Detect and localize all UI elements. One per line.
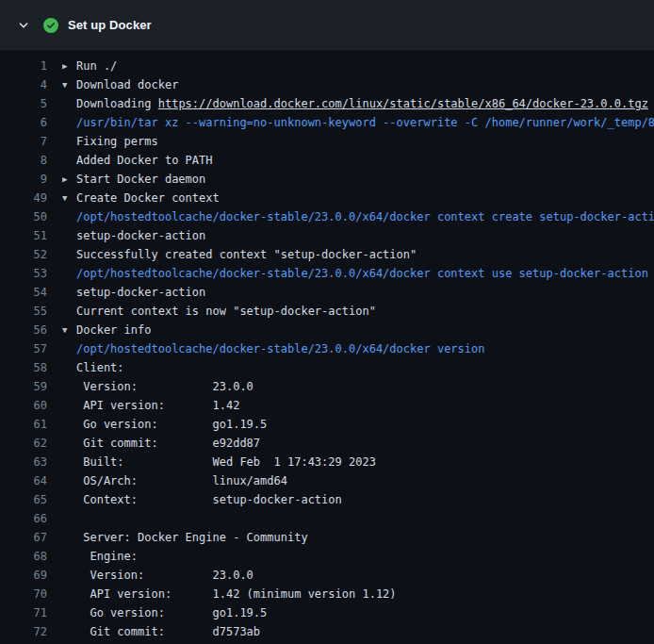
line-number[interactable]: 51 <box>0 226 47 245</box>
log-text: Docker info <box>76 323 151 337</box>
line-content: Version: 23.0.0 <box>62 377 654 396</box>
line-number[interactable]: 55 <box>0 302 47 321</box>
line-number[interactable]: 52 <box>0 245 47 264</box>
line-number[interactable]: 50 <box>0 207 47 226</box>
line-number[interactable]: 65 <box>0 490 47 509</box>
line-number[interactable]: 53 <box>0 264 47 283</box>
log-line: 60 API version: 1.42 <box>0 396 654 415</box>
download-link[interactable]: https://download.docker.com/linux/static… <box>158 97 648 110</box>
line-content: Successfully created context "setup-dock… <box>62 245 654 264</box>
line-number[interactable]: 56 <box>0 321 47 339</box>
line-number[interactable]: 70 <box>0 585 47 603</box>
log-line: 69 Version: 23.0.0 <box>0 566 654 585</box>
line-number[interactable]: 69 <box>0 566 47 585</box>
log-text: setup-docker-action <box>76 229 205 242</box>
log-line: 59 Version: 23.0.0 <box>0 377 654 396</box>
line-number[interactable]: 71 <box>0 603 47 622</box>
log-line: 5Downloading https://download.docker.com… <box>0 94 654 113</box>
line-number[interactable]: 67 <box>0 528 47 547</box>
line-content: Current context is now "setup-docker-act… <box>62 302 654 321</box>
line-number[interactable]: 7 <box>0 132 47 151</box>
line-content: Git commit: d7573ab <box>62 622 654 641</box>
line-number[interactable]: 60 <box>0 396 47 415</box>
log-text: Go version: go1.19.5 <box>76 606 267 619</box>
line-number[interactable]: 57 <box>0 339 47 358</box>
command-text: /usr/bin/tar xz --warning=no-unknown-key… <box>76 116 654 129</box>
log-text: Git commit: e92dd87 <box>76 437 260 450</box>
log-line[interactable]: 56▼Docker info <box>0 321 654 339</box>
log-line[interactable]: 1▶Run ./ <box>0 57 654 75</box>
log-line[interactable]: 9▶Start Docker daemon <box>0 170 654 189</box>
group-expanded-icon[interactable]: ▼ <box>62 321 76 339</box>
log-line: 67 Server: Docker Engine - Community <box>0 528 654 547</box>
command-text: /opt/hostedtoolcache/docker-stable/23.0.… <box>76 267 648 280</box>
line-number[interactable]: 54 <box>0 283 47 302</box>
line-content: /usr/bin/tar xz --warning=no-unknown-key… <box>62 113 654 132</box>
line-content: /opt/hostedtoolcache/docker-stable/23.0.… <box>62 339 654 358</box>
line-number[interactable]: 58 <box>0 358 47 377</box>
line-number[interactable]: 61 <box>0 415 47 434</box>
line-number[interactable]: 59 <box>0 377 47 396</box>
step-header[interactable]: Set up Docker <box>0 0 654 51</box>
line-content: Engine: <box>62 547 654 566</box>
line-content: Fixing perms <box>62 132 654 151</box>
log-line: 65 Context: setup-docker-action <box>0 490 654 509</box>
log-text: Built: Wed Feb 1 17:43:29 2023 <box>76 455 376 469</box>
line-number[interactable]: 63 <box>0 453 47 471</box>
log-text: Fixing perms <box>76 135 158 148</box>
log-line: 6/usr/bin/tar xz --warning=no-unknown-ke… <box>0 113 654 132</box>
line-content: /opt/hostedtoolcache/docker-stable/23.0.… <box>62 264 654 283</box>
command-text: /opt/hostedtoolcache/docker-stable/23.0.… <box>76 342 484 355</box>
line-content: API version: 1.42 <box>62 396 654 415</box>
line-content: Built: Wed Feb 1 17:43:29 2023 <box>62 453 654 471</box>
log-line: 63 Built: Wed Feb 1 17:43:29 2023 <box>0 453 654 471</box>
line-number[interactable]: 6 <box>0 113 47 132</box>
group-collapsed-icon[interactable]: ▶ <box>62 170 76 189</box>
log-line: 62 Git commit: e92dd87 <box>0 434 654 453</box>
log-line: 66 <box>0 509 654 528</box>
line-number[interactable]: 66 <box>0 509 47 528</box>
group-expanded-icon[interactable]: ▼ <box>62 75 76 94</box>
log-line[interactable]: 49▼Create Docker context <box>0 189 654 207</box>
line-content: Downloading https://download.docker.com/… <box>62 94 654 113</box>
group-collapsed-icon[interactable]: ▶ <box>62 57 76 75</box>
check-circle-icon <box>43 18 58 33</box>
line-content: API version: 1.42 (minimum version 1.12) <box>62 585 654 603</box>
log-text: OS/Arch: linux/amd64 <box>76 474 287 487</box>
log-text: Start Docker daemon <box>76 173 205 186</box>
line-number[interactable]: 1 <box>0 57 47 75</box>
log-line: 57/opt/hostedtoolcache/docker-stable/23.… <box>0 339 654 358</box>
line-number[interactable]: 9 <box>0 170 47 189</box>
line-content: setup-docker-action <box>62 283 654 302</box>
log-text: Version: 23.0.0 <box>76 380 253 393</box>
line-number[interactable]: 8 <box>0 151 47 170</box>
log-text: Downloading <box>76 97 158 110</box>
line-number[interactable]: 68 <box>0 547 47 566</box>
log-text: API version: 1.42 <box>76 399 239 412</box>
log-text: Added Docker to PATH <box>76 154 213 167</box>
log-line: 61 Go version: go1.19.5 <box>0 415 654 434</box>
line-content: Server: Docker Engine - Community <box>62 528 654 547</box>
log-text: API version: 1.42 (minimum version 1.12) <box>76 587 397 601</box>
log-text: Download docker <box>76 78 178 91</box>
log-text: Create Docker context <box>76 191 220 205</box>
line-number[interactable]: 49 <box>0 189 47 207</box>
line-number[interactable]: 72 <box>0 622 47 641</box>
log-text: setup-docker-action <box>76 286 205 299</box>
log-line: 55Current context is now "setup-docker-a… <box>0 302 654 321</box>
line-content: ▼Docker info <box>62 321 654 339</box>
line-number[interactable]: 4 <box>0 75 47 94</box>
group-expanded-icon[interactable]: ▼ <box>62 189 76 207</box>
line-number[interactable]: 64 <box>0 471 47 490</box>
line-content: /opt/hostedtoolcache/docker-stable/23.0.… <box>62 207 654 226</box>
log-text: Git commit: d7573ab <box>76 625 260 638</box>
log-line[interactable]: 4▼Download docker <box>0 75 654 94</box>
log-line: 71 Go version: go1.19.5 <box>0 603 654 622</box>
step-title: Set up Docker <box>68 18 152 32</box>
line-number[interactable]: 62 <box>0 434 47 453</box>
line-number[interactable]: 5 <box>0 94 47 113</box>
chevron-down-icon[interactable] <box>17 19 30 32</box>
log-text: Run ./ <box>76 59 117 73</box>
log-line: 7Fixing perms <box>0 132 654 151</box>
log: 1▶Run ./4▼Download docker5Downloading ht… <box>0 51 654 641</box>
